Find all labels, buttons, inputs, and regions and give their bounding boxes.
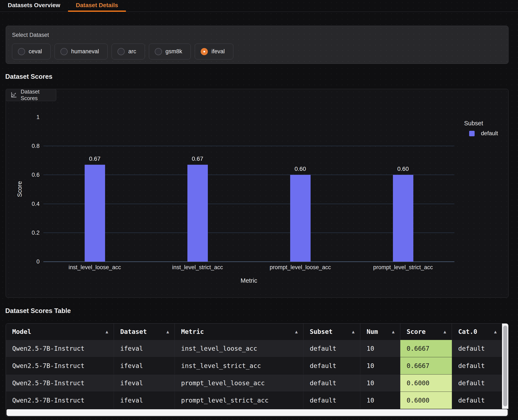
cell-metric: prompt_level_loose_acc: [175, 375, 303, 391]
cell-cat0: default: [452, 392, 503, 409]
table-section-heading: Dataset Scores Table: [5, 307, 71, 315]
bar-value-label: 0.60: [286, 165, 315, 172]
chart-legend: Subset default: [464, 120, 498, 137]
legend-title: Subset: [464, 120, 498, 127]
cell-subset: default: [303, 375, 360, 391]
cell-subset: default: [303, 392, 360, 409]
dataset-radio-group: cevalhumanevalarcgsm8kifeval: [12, 44, 237, 60]
table-row: Qwen2.5-7B-Instructifevalprompt_level_lo…: [6, 374, 503, 391]
bar: [187, 165, 208, 262]
tab-dataset-details[interactable]: Dataset Details: [68, 0, 126, 12]
cell-score: 0.6000: [400, 392, 452, 409]
y-axis-tick-label: 0.2: [25, 229, 40, 236]
top-tab-bar: Datasets Overview Dataset Details: [0, 0, 518, 12]
sort-ascending-icon[interactable]: ▲: [494, 329, 502, 334]
x-axis-category-label: prompt_level_strict_acc: [348, 264, 458, 271]
bar: [290, 175, 311, 262]
column-header-label: Subset: [310, 328, 333, 335]
table-row: Qwen2.5-7B-Instructifevalprompt_level_st…: [6, 391, 503, 409]
sort-ascending-icon[interactable]: ▲: [392, 329, 400, 334]
y-axis-tick-label: 0: [25, 258, 40, 265]
radio-unselected-icon: [155, 48, 162, 55]
x-axis-category-label: inst_level_strict_acc: [143, 264, 252, 271]
cell-dataset: ifeval: [114, 340, 175, 357]
radio-label: gsm8k: [165, 48, 182, 55]
cell-subset: default: [303, 357, 360, 374]
cell-num: 10: [360, 392, 400, 409]
radio-label: ceval: [29, 48, 42, 55]
select-dataset-label: Select Dataset: [12, 32, 49, 38]
cell-dataset: ifeval: [114, 375, 175, 391]
chart-tab-label: Dataset Scores: [21, 89, 56, 102]
radio-humaneval[interactable]: humaneval: [55, 44, 108, 60]
y-axis-tick-label: 1: [25, 114, 40, 120]
x-axis-category-label: inst_level_loose_acc: [40, 264, 149, 271]
radio-gsm8k[interactable]: gsm8k: [149, 44, 191, 60]
column-header-num[interactable]: Num▲: [360, 323, 400, 340]
cell-model: Qwen2.5-7B-Instruct: [6, 357, 114, 374]
cell-model: Qwen2.5-7B-Instruct: [6, 340, 114, 357]
radio-ifeval[interactable]: ifeval: [195, 44, 233, 60]
sort-ascending-icon[interactable]: ▲: [444, 329, 452, 334]
radio-selected-icon: [201, 48, 208, 55]
y-axis-tick-label: 0.8: [25, 142, 40, 149]
x-axis-title: Metric: [224, 277, 274, 284]
column-header-subset[interactable]: Subset▲: [303, 323, 360, 340]
radio-label: ifeval: [211, 48, 225, 55]
radio-ceval[interactable]: ceval: [12, 44, 51, 60]
y-axis-tick-label: 0.4: [25, 201, 40, 207]
legend-entry-default[interactable]: default: [469, 130, 498, 137]
cell-model: Qwen2.5-7B-Instruct: [6, 375, 114, 391]
column-header-score[interactable]: Score▲: [400, 323, 452, 340]
column-header-label: Metric: [181, 328, 204, 335]
radio-arc[interactable]: arc: [111, 44, 145, 60]
legend-swatch: [469, 131, 475, 136]
cell-cat0: default: [452, 375, 503, 391]
sort-ascending-icon[interactable]: ▲: [295, 329, 303, 334]
cell-score: 0.6667: [400, 340, 452, 357]
column-header-cat0[interactable]: Cat.0▲: [452, 323, 503, 340]
bar-value-label: 0.67: [183, 156, 212, 162]
cell-dataset: ifeval: [114, 357, 175, 374]
cell-metric: prompt_level_strict_acc: [175, 392, 303, 409]
cell-num: 10: [360, 340, 400, 357]
horizontal-scrollbar[interactable]: [7, 409, 508, 416]
cell-cat0: default: [452, 340, 503, 357]
radio-unselected-icon: [118, 48, 125, 55]
bar: [393, 175, 413, 262]
column-header-metric[interactable]: Metric▲: [175, 323, 303, 340]
cell-num: 10: [360, 375, 400, 391]
cell-score: 0.6667: [400, 357, 452, 374]
sort-ascending-icon[interactable]: ▲: [105, 329, 114, 334]
cell-num: 10: [360, 357, 400, 374]
column-header-dataset[interactable]: Dataset▲: [114, 323, 175, 340]
chart-type-tab[interactable]: Dataset Scores: [6, 89, 56, 101]
bar-value-label: 0.60: [388, 165, 418, 172]
column-header-label: Num: [367, 328, 378, 335]
gridline: [43, 146, 454, 146]
vertical-scrollbar[interactable]: [502, 323, 508, 409]
sort-ascending-icon[interactable]: ▲: [352, 329, 360, 334]
cell-cat0: default: [452, 357, 503, 374]
radio-label: humaneval: [71, 48, 99, 55]
bar: [85, 165, 105, 262]
radio-unselected-icon: [60, 48, 68, 55]
vertical-scrollbar-thumb[interactable]: [503, 326, 507, 406]
column-header-model[interactable]: Model▲: [6, 323, 114, 340]
table-row: Qwen2.5-7B-Instructifevalinst_level_loos…: [6, 340, 503, 357]
table-row: Qwen2.5-7B-Instructifevalinst_level_stri…: [6, 357, 503, 374]
y-axis-title: Score: [16, 181, 23, 197]
x-axis-category-label: prompt_level_loose_acc: [245, 264, 355, 271]
cell-score: 0.6000: [400, 375, 452, 391]
select-dataset-panel: Select Dataset cevalhumanevalarcgsm8kife…: [6, 26, 509, 64]
column-header-label: Score: [407, 328, 426, 335]
tab-datasets-overview[interactable]: Datasets Overview: [0, 0, 68, 12]
sort-ascending-icon[interactable]: ▲: [166, 329, 175, 334]
dataset-scores-table: Model▲Dataset▲Metric▲Subset▲Num▲Score▲Ca…: [6, 323, 509, 417]
cell-subset: default: [303, 340, 360, 357]
column-header-label: Dataset: [120, 328, 147, 335]
cell-dataset: ifeval: [114, 392, 175, 409]
radio-unselected-icon: [18, 48, 25, 55]
table-header-row: Model▲Dataset▲Metric▲Subset▲Num▲Score▲Ca…: [6, 323, 503, 340]
column-header-label: Cat.0: [458, 328, 477, 335]
